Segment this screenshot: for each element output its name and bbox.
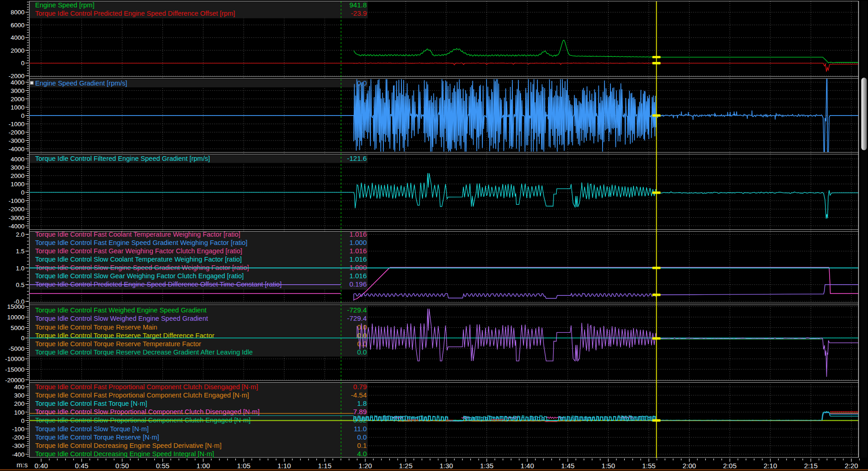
svg-text:Torque Idle Control Slow Torqu: Torque Idle Control Slow Torque [N·m] bbox=[35, 425, 149, 433]
svg-text:m:s: m:s bbox=[17, 461, 28, 469]
svg-text:-100: -100 bbox=[12, 426, 25, 433]
svg-text:1:00: 1:00 bbox=[197, 462, 210, 470]
svg-text:-121.6: -121.6 bbox=[347, 154, 367, 162]
svg-text:0.0: 0.0 bbox=[357, 340, 367, 348]
svg-text:1000: 1000 bbox=[11, 104, 25, 111]
svg-text:Torque Idle Control Torque Res: Torque Idle Control Torque Reserve [N·m] bbox=[35, 434, 159, 441]
svg-text:Torque Idle Control Slow Propo: Torque Idle Control Slow Proportional Co… bbox=[35, 408, 259, 416]
svg-text:Torque Idle Control Torque Res: Torque Idle Control Torque Reserve Tempe… bbox=[35, 340, 201, 348]
svg-text:0:50: 0:50 bbox=[116, 462, 129, 470]
svg-text:1:15: 1:15 bbox=[318, 462, 332, 470]
svg-text:0:55: 0:55 bbox=[156, 462, 169, 470]
svg-text:Torque Idle Control Torque Res: Torque Idle Control Torque Reserve Main bbox=[35, 324, 157, 331]
svg-text:3000: 3000 bbox=[11, 164, 25, 171]
svg-text:1:50: 1:50 bbox=[602, 462, 615, 470]
svg-text:0: 0 bbox=[21, 417, 25, 424]
svg-text:1:10: 1:10 bbox=[277, 462, 291, 470]
svg-text:Torque Idle Control Predicted: Torque Idle Control Predicted Engine Spe… bbox=[35, 10, 235, 17]
svg-text:8000: 8000 bbox=[11, 9, 25, 16]
svg-text:2000: 2000 bbox=[11, 96, 25, 103]
svg-text:100: 100 bbox=[14, 409, 25, 416]
svg-text:5000: 5000 bbox=[11, 324, 25, 331]
svg-text:1.000: 1.000 bbox=[349, 239, 367, 246]
svg-text:1.016: 1.016 bbox=[349, 255, 367, 263]
svg-text:4000: 4000 bbox=[11, 79, 25, 86]
svg-text:-3000: -3000 bbox=[8, 214, 25, 221]
svg-text:Torque Idle Control Decreasing: Torque Idle Control Decreasing Engine Sp… bbox=[35, 450, 214, 458]
svg-text:3000: 3000 bbox=[11, 87, 25, 94]
svg-text:Torque Idle Control Torque Res: Torque Idle Control Torque Reserve Decre… bbox=[35, 349, 252, 356]
svg-text:-1000: -1000 bbox=[8, 197, 25, 204]
svg-text:-4.54: -4.54 bbox=[351, 391, 367, 399]
svg-text:-23.9: -23.9 bbox=[351, 9, 367, 17]
svg-text:1.5: 1.5 bbox=[16, 248, 25, 255]
svg-text:1.0: 1.0 bbox=[16, 265, 25, 272]
svg-text:1.000: 1.000 bbox=[349, 263, 367, 271]
svg-text:1.8: 1.8 bbox=[357, 399, 367, 407]
svg-text:15000: 15000 bbox=[7, 303, 25, 310]
svg-text:-200: -200 bbox=[12, 434, 25, 441]
svg-text:2000: 2000 bbox=[11, 172, 25, 179]
svg-text:Torque Idle Control Slow Coola: Torque Idle Control Slow Coolant Tempera… bbox=[35, 256, 242, 263]
svg-text:-1000: -1000 bbox=[8, 121, 25, 128]
svg-text:0: 0 bbox=[21, 112, 25, 119]
svg-text:Torque Idle Control Filtered E: Torque Idle Control Filtered Engine Spee… bbox=[35, 155, 210, 162]
svg-text:-400: -400 bbox=[12, 451, 25, 458]
svg-text:7.89: 7.89 bbox=[353, 408, 367, 416]
svg-text:200: 200 bbox=[14, 400, 25, 407]
svg-text:4.0: 4.0 bbox=[357, 450, 367, 458]
svg-text:-4000: -4000 bbox=[8, 146, 25, 153]
svg-text:Torque Idle Control Fast Gear: Torque Idle Control Fast Gear Weighing F… bbox=[35, 247, 242, 255]
svg-text:0.1: 0.1 bbox=[357, 441, 367, 449]
svg-text:1:30: 1:30 bbox=[439, 462, 453, 470]
svg-text:1:45: 1:45 bbox=[561, 462, 574, 470]
svg-text:400: 400 bbox=[14, 384, 25, 391]
svg-text:2.0: 2.0 bbox=[16, 231, 25, 238]
svg-text:2:15: 2:15 bbox=[804, 462, 818, 470]
svg-text:0.5: 0.5 bbox=[16, 281, 25, 288]
svg-text:-10000: -10000 bbox=[5, 355, 25, 362]
svg-text:1:35: 1:35 bbox=[480, 462, 493, 470]
svg-text:1:25: 1:25 bbox=[399, 462, 412, 470]
svg-text:-3000: -3000 bbox=[8, 137, 25, 144]
svg-text:6000: 6000 bbox=[11, 22, 25, 29]
svg-text:Torque Idle Control Fast Propo: Torque Idle Control Fast Proportional Co… bbox=[35, 383, 258, 391]
svg-text:2000: 2000 bbox=[11, 47, 25, 54]
svg-text:2:10: 2:10 bbox=[763, 462, 777, 470]
svg-text:-4000: -4000 bbox=[8, 223, 25, 230]
svg-text:-2000: -2000 bbox=[8, 73, 25, 80]
svg-text:0.0: 0.0 bbox=[357, 348, 367, 356]
svg-text:0.79: 0.79 bbox=[353, 383, 367, 391]
svg-text:1:20: 1:20 bbox=[358, 462, 372, 470]
svg-text:0.196: 0.196 bbox=[349, 280, 367, 288]
svg-text:0: 0 bbox=[21, 335, 25, 342]
svg-text:300: 300 bbox=[14, 392, 25, 399]
svg-text:Engine Speed Gradient [rpm/s]: Engine Speed Gradient [rpm/s] bbox=[35, 80, 127, 87]
svg-text:1000: 1000 bbox=[11, 181, 25, 188]
svg-text:0:40: 0:40 bbox=[34, 462, 48, 470]
svg-text:-15000: -15000 bbox=[5, 366, 25, 373]
svg-text:-2000: -2000 bbox=[8, 129, 25, 136]
svg-text:1.016: 1.016 bbox=[349, 272, 367, 280]
svg-text:-729.4: -729.4 bbox=[347, 314, 367, 322]
svg-text:-5000: -5000 bbox=[8, 345, 25, 352]
svg-text:-20000: -20000 bbox=[5, 377, 25, 384]
svg-text:Torque Idle Control Fast Propo: Torque Idle Control Fast Proportional Co… bbox=[35, 391, 249, 399]
svg-text:Torque Idle Control Decreasing: Torque Idle Control Decreasing Engine Sp… bbox=[35, 442, 222, 449]
svg-text:2:20: 2:20 bbox=[844, 462, 858, 470]
svg-text:1.016: 1.016 bbox=[349, 247, 367, 255]
svg-text:2:00: 2:00 bbox=[683, 462, 696, 470]
svg-text:0: 0 bbox=[21, 60, 25, 67]
svg-text:0: 0 bbox=[21, 189, 25, 196]
svg-text:Torque Idle Control Slow Gear: Torque Idle Control Slow Gear Weighing F… bbox=[35, 272, 244, 280]
svg-text:Torque Idle Control Fast Weigh: Torque Idle Control Fast Weighed Engine … bbox=[35, 306, 207, 314]
svg-text:941.8: 941.8 bbox=[349, 1, 367, 9]
svg-text:Torque Idle Control Fast Coola: Torque Idle Control Fast Coolant Tempera… bbox=[35, 231, 240, 238]
svg-text:-729.4: -729.4 bbox=[347, 306, 367, 314]
svg-text:Torque Idle Control Fast Engin: Torque Idle Control Fast Engine Speed Gr… bbox=[35, 239, 247, 246]
svg-text:Engine Speed [rpm]: Engine Speed [rpm] bbox=[35, 1, 94, 9]
svg-text:-300: -300 bbox=[12, 442, 25, 449]
svg-text:1.016: 1.016 bbox=[349, 230, 367, 238]
svg-text:1:40: 1:40 bbox=[521, 462, 534, 470]
svg-text:0.0: 0.0 bbox=[357, 433, 367, 441]
